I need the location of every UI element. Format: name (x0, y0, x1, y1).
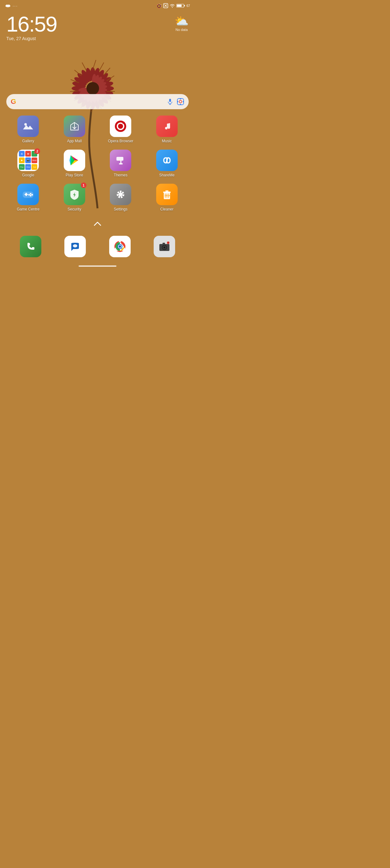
appmall-icon (64, 116, 85, 137)
svg-point-109 (73, 244, 77, 247)
svg-rect-65 (184, 5, 185, 6)
search-bar-container: G (0, 43, 195, 109)
home-indicator[interactable] (0, 266, 195, 270)
app-appmall[interactable]: App Mall (54, 116, 95, 143)
svg-text:🔕: 🔕 (157, 4, 161, 8)
svg-point-59 (7, 5, 10, 7)
svg-point-96 (30, 193, 32, 195)
app-shareme[interactable]: ShareMe (147, 150, 188, 177)
cleaner-label: Cleaner (160, 207, 173, 212)
google-lens-icon[interactable] (177, 98, 184, 105)
app-security[interactable]: 1 Security (54, 184, 95, 212)
clock-section: 16:59 Tue, 27 August ⛅ No data (0, 9, 195, 43)
chevron-up-icon (94, 222, 101, 226)
home-bar (78, 266, 117, 267)
battery-percentage: 67 (187, 4, 190, 7)
dots-icon: ··· (12, 3, 18, 8)
app-row-2: G M 📍 ▶ 📷 Meet Pay One Cal 2 Google (5, 150, 190, 177)
app-music[interactable]: Music (147, 116, 188, 143)
svg-point-99 (28, 194, 30, 196)
svg-rect-95 (26, 193, 27, 196)
gallery-icon (18, 116, 39, 137)
chrome-icon (109, 236, 131, 257)
dock-phone[interactable] (10, 236, 51, 259)
svg-point-71 (179, 100, 182, 103)
svg-point-81 (118, 124, 123, 129)
gallery-label: Gallery (22, 139, 34, 143)
google-label: Google (22, 173, 34, 177)
app-grid: Gallery App Mall (0, 109, 195, 212)
playstore-label: Play Store (66, 173, 83, 177)
status-left-icons: ··· (5, 3, 18, 8)
close-notification-icon (163, 3, 168, 8)
svg-rect-84 (123, 123, 123, 124)
svg-rect-73 (180, 104, 181, 105)
status-bar: ··· 🔕 67 (0, 0, 195, 9)
svg-rect-104 (165, 190, 168, 192)
cleaner-icon: 180M (156, 184, 177, 205)
playstore-icon (64, 150, 85, 171)
svg-point-114 (119, 245, 121, 248)
dock-chrome[interactable] (99, 236, 140, 259)
svg-rect-75 (183, 101, 184, 102)
shareme-icon (156, 150, 177, 171)
svg-text:180M: 180M (164, 194, 170, 197)
app-cleaner[interactable]: 180M Cleaner (147, 184, 188, 212)
weather-widget: ⛅ No data (174, 13, 189, 32)
dock (3, 231, 192, 266)
themes-icon (110, 150, 131, 171)
google-badge: 2 (34, 148, 40, 154)
dock-messages[interactable] (55, 236, 96, 259)
search-bar[interactable]: G (6, 94, 189, 109)
svg-rect-67 (169, 99, 171, 102)
settings-icon (110, 184, 131, 205)
svg-point-100 (119, 192, 123, 196)
app-google[interactable]: G M 📍 ▶ 📷 Meet Pay One Cal 2 Google (7, 150, 48, 177)
appmall-label: App Mall (67, 139, 82, 143)
battery-icon (176, 3, 185, 8)
clock-date: Tue, 27 August (6, 36, 57, 41)
phone-icon (20, 236, 41, 257)
app-row-1: Gallery App Mall (5, 116, 190, 143)
weather-text: No data (175, 28, 188, 32)
google-logo: G (11, 97, 16, 106)
svg-point-121 (167, 242, 169, 244)
themes-label: Themes (114, 173, 128, 177)
svg-rect-119 (162, 243, 165, 245)
up-arrow[interactable] (0, 218, 195, 231)
svg-rect-74 (177, 101, 178, 102)
svg-rect-90 (117, 157, 123, 161)
music-label: Music (162, 139, 172, 143)
svg-rect-82 (123, 122, 124, 123)
gamecentre-icon (18, 184, 39, 205)
security-label: Security (67, 207, 81, 212)
music-icon (156, 116, 177, 137)
security-badge: 1 (81, 182, 87, 188)
cloud-icon (5, 4, 11, 7)
weather-icon: ⛅ (174, 14, 189, 28)
status-right-icons: 🔕 67 (157, 3, 190, 8)
dock-camera[interactable] (144, 236, 185, 259)
svg-point-98 (30, 195, 32, 197)
microphone-icon[interactable] (167, 98, 173, 105)
app-settings[interactable]: Settings (100, 184, 141, 212)
svg-point-76 (24, 123, 27, 126)
svg-rect-72 (180, 98, 181, 99)
app-gamecentre[interactable]: Game Centre (7, 184, 48, 212)
shareme-label: ShareMe (159, 173, 174, 177)
opera-icon (110, 116, 131, 137)
messages-icon (64, 236, 86, 257)
settings-label: Settings (114, 207, 128, 212)
app-opera[interactable]: Opera Browser (100, 116, 141, 143)
opera-label: Opera Browser (108, 139, 133, 143)
app-playstore[interactable]: Play Store (54, 150, 95, 177)
app-themes[interactable]: Themes (100, 150, 141, 177)
wifi-icon (169, 3, 175, 8)
gamecentre-label: Game Centre (17, 207, 39, 212)
mute-icon: 🔕 (157, 3, 162, 8)
svg-rect-66 (177, 5, 182, 7)
svg-rect-103 (163, 192, 171, 193)
svg-point-97 (32, 194, 33, 196)
search-action-icons (167, 98, 184, 105)
app-gallery[interactable]: Gallery (7, 116, 48, 143)
